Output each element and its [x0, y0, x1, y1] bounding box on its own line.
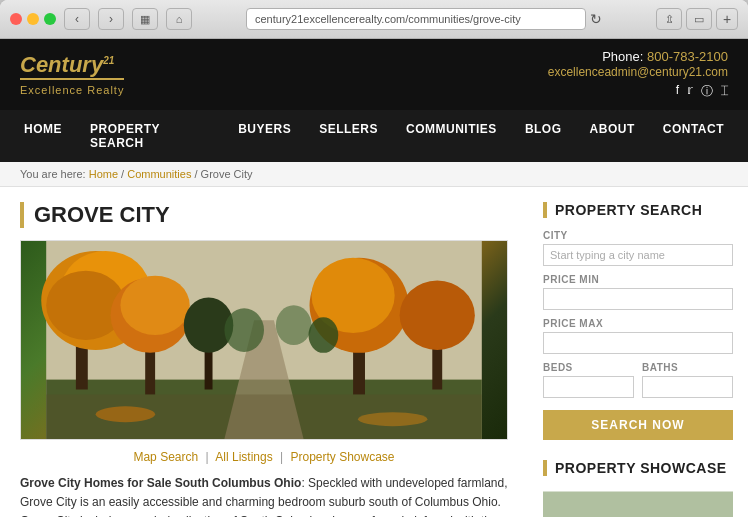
svg-point-20: [309, 317, 339, 353]
sidebar: PROPERTY SEARCH CITY PRICE MIN PRICE MAX: [528, 187, 748, 517]
nav-sellers[interactable]: SELLERS: [305, 110, 392, 162]
forward-button[interactable]: ›: [98, 8, 124, 30]
content-area: GROVE CITY: [0, 187, 528, 517]
nav-about[interactable]: ABOUT: [576, 110, 649, 162]
facebook-icon[interactable]: f: [676, 83, 679, 100]
window-controls: [10, 13, 56, 25]
rss-icon[interactable]: ⌶: [721, 83, 728, 100]
baths-label: BATHS: [642, 362, 733, 373]
nav-property-search[interactable]: PROPERTY SEARCH: [76, 110, 224, 162]
showcase-image[interactable]: #216013280 8075 Rookery Way Westerville,…: [543, 488, 733, 517]
all-listings-link[interactable]: All Listings: [215, 450, 272, 464]
desc-bold: Grove City Homes for Sale South Columbus…: [20, 476, 301, 490]
links-bar: Map Search | All Listings | Property Sho…: [20, 450, 508, 464]
svg-point-10: [120, 276, 189, 335]
price-max-label: PRICE MAX: [543, 318, 733, 329]
property-search-title: PROPERTY SEARCH: [543, 202, 733, 218]
city-label: CITY: [543, 230, 733, 241]
breadcrumb-communities[interactable]: Communities: [127, 168, 191, 180]
new-tab-button[interactable]: +: [716, 8, 738, 30]
main-layout: GROVE CITY: [0, 187, 748, 517]
property-showcase-title: PROPERTY SHOWCASE: [543, 460, 733, 476]
nav-buyers[interactable]: BUYERS: [224, 110, 305, 162]
beds-input[interactable]: [543, 376, 634, 398]
search-now-button[interactable]: SEARCH NOW: [543, 410, 733, 440]
price-min-row: PRICE MIN: [543, 274, 733, 310]
desc-text: Grove City Homes for Sale South Columbus…: [20, 474, 508, 517]
hero-svg: [21, 241, 507, 439]
instagram-icon[interactable]: ⓘ: [701, 83, 713, 100]
contact-area: Phone: 800-783-2100 excellenceadmin@cent…: [548, 49, 728, 100]
maximize-dot[interactable]: [44, 13, 56, 25]
hero-image: [20, 240, 508, 440]
site-header: Century21 Excellence Realty Phone: 800-7…: [0, 39, 748, 110]
logo-sub: Excellence Realty: [20, 84, 124, 96]
social-icons: f 𝕣 ⓘ ⌶: [548, 83, 728, 100]
browser-window: ‹ › ▦ ⌂ century21excellencerealty.com/co…: [0, 0, 748, 517]
baths-group: BATHS: [642, 362, 733, 398]
close-dot[interactable]: [10, 13, 22, 25]
city-input[interactable]: [543, 244, 733, 266]
showcase-svg: [543, 488, 733, 517]
page-title: GROVE CITY: [20, 202, 508, 228]
twitter-icon[interactable]: 𝕣: [687, 83, 693, 100]
property-showcase-link[interactable]: Property Showcase: [290, 450, 394, 464]
nav-communities[interactable]: COMMUNITIES: [392, 110, 511, 162]
back-button[interactable]: ‹: [64, 8, 90, 30]
breadcrumb-current: Grove City: [201, 168, 253, 180]
svg-point-22: [358, 412, 427, 426]
city-field-row: CITY: [543, 230, 733, 266]
refresh-button[interactable]: ↻: [590, 11, 602, 27]
fullscreen-button[interactable]: ▭: [686, 8, 712, 30]
logo-text: Century21: [20, 54, 124, 76]
price-max-input[interactable]: [543, 332, 733, 354]
site-nav: HOME PROPERTY SEARCH BUYERS SELLERS COMM…: [0, 110, 748, 162]
breadcrumb-home[interactable]: Home: [89, 168, 118, 180]
map-search-link[interactable]: Map Search: [133, 450, 198, 464]
address-bar[interactable]: century21excellencerealty.com/communitie…: [246, 8, 586, 30]
nav-blog[interactable]: BLOG: [511, 110, 576, 162]
reader-button[interactable]: ▦: [132, 8, 158, 30]
svg-point-19: [276, 305, 312, 345]
logo-21: 21: [103, 54, 114, 65]
phone-line: Phone: 800-783-2100: [548, 49, 728, 64]
beds-group: BEDS: [543, 362, 634, 398]
minimize-dot[interactable]: [27, 13, 39, 25]
home-button[interactable]: ⌂: [166, 8, 192, 30]
property-search-section: PROPERTY SEARCH CITY PRICE MIN PRICE MAX: [543, 202, 733, 440]
price-min-label: PRICE MIN: [543, 274, 733, 285]
browser-chrome: ‹ › ▦ ⌂ century21excellencerealty.com/co…: [0, 0, 748, 39]
property-showcase-section: PROPERTY SHOWCASE: [543, 460, 733, 517]
website: Century21 Excellence Realty Phone: 800-7…: [0, 39, 748, 517]
svg-point-18: [224, 308, 264, 352]
price-max-row: PRICE MAX: [543, 318, 733, 354]
logo-area: Century21 Excellence Realty: [20, 54, 124, 96]
email-line: excellenceadmin@century21.com: [548, 64, 728, 79]
price-min-input[interactable]: [543, 288, 733, 310]
beds-label: BEDS: [543, 362, 634, 373]
svg-rect-23: [543, 492, 733, 518]
nav-home[interactable]: HOME: [10, 110, 76, 162]
logo-century: Century: [20, 52, 103, 77]
nav-contact[interactable]: CONTACT: [649, 110, 738, 162]
svg-point-17: [400, 281, 475, 350]
share-button[interactable]: ⇫: [656, 8, 682, 30]
email-link[interactable]: excellenceadmin@century21.com: [548, 65, 728, 79]
phone-link[interactable]: 800-783-2100: [647, 49, 728, 64]
beds-baths-row: BEDS BATHS: [543, 362, 733, 398]
baths-input[interactable]: [642, 376, 733, 398]
svg-point-21: [96, 406, 155, 422]
breadcrumb: You are here: Home / Communities / Grove…: [0, 162, 748, 187]
